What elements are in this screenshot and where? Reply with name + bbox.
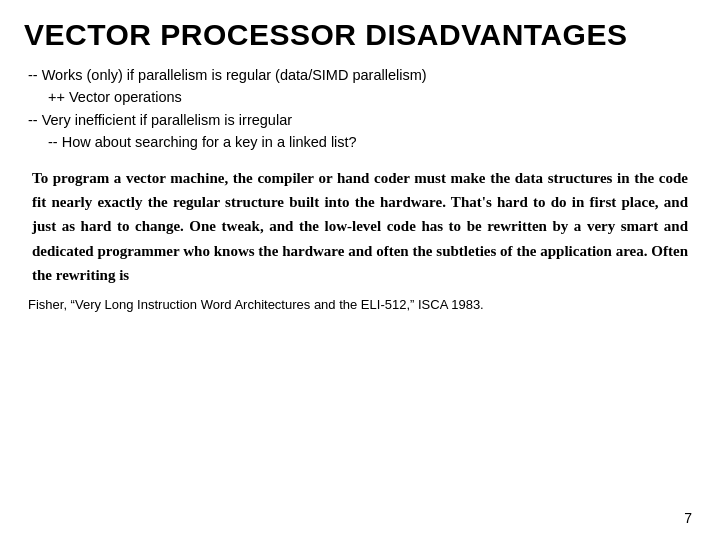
citation-text: Fisher, “Very Long Instruction Word Arch…: [28, 297, 696, 312]
bullet-item-2: ++ Vector operations: [48, 86, 696, 108]
bullet-item-3: -- Very inefficient if parallelism is ir…: [28, 109, 696, 131]
bullet-item-4: -- How about searching for a key in a li…: [48, 131, 696, 153]
page-title: VECTOR PROCESSOR DISADVANTAGES: [24, 18, 696, 52]
quote-block: To program a vector machine, the compile…: [32, 166, 688, 287]
bullet-list: -- Works (only) if parallelism is regula…: [28, 64, 696, 154]
page-number: 7: [684, 510, 692, 526]
bullet-item-1: -- Works (only) if parallelism is regula…: [28, 64, 696, 86]
